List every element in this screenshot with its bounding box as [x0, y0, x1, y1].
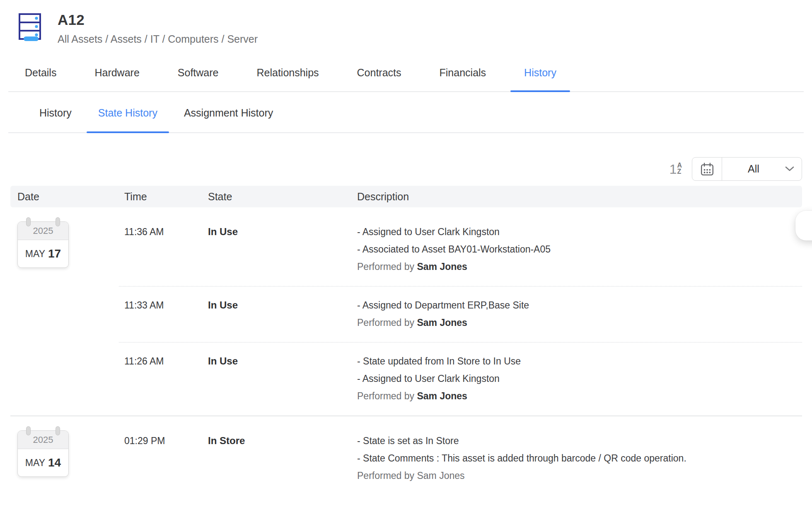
- calendar-pin-icon: [56, 426, 60, 435]
- date-card-year: 2025: [18, 222, 68, 240]
- entry-state: In Use: [202, 223, 351, 275]
- history-subtabs: HistoryState HistoryAssignment History: [8, 92, 804, 133]
- toolbar: 1 A Z All: [0, 133, 812, 186]
- entry-state: In Store: [202, 432, 351, 484]
- asset-detail-page: A12 All Assets / Assets / IT / Computers…: [0, 0, 812, 495]
- description-line: - State Comments : This asset is added t…: [357, 449, 802, 467]
- date-card-month: MAY: [25, 248, 45, 260]
- calendar-pin-icon: [56, 217, 60, 226]
- performed-by-label: Performed by: [357, 470, 417, 481]
- tab-financials[interactable]: Financials: [426, 60, 500, 91]
- date-group: 2025MAY1711:36 AMIn Use- Assigned to Use…: [10, 207, 802, 415]
- sort-a-glyph: A: [677, 162, 682, 168]
- entries: 01:29 PMIn Store- State is set as In Sto…: [119, 416, 802, 495]
- date-filter-control[interactable]: All: [692, 157, 802, 181]
- date-cell: 2025MAY17: [10, 207, 119, 415]
- filter-value[interactable]: All: [722, 163, 785, 175]
- entry-state: In Use: [202, 296, 351, 331]
- date-card-day: 14: [48, 456, 61, 469]
- state-history-entry: 01:29 PMIn Store- State is set as In Sto…: [119, 416, 802, 495]
- tab-assignment-history[interactable]: Assignment History: [172, 92, 285, 132]
- entry-time: 11:33 AM: [119, 296, 202, 331]
- server-icon: [14, 11, 46, 43]
- tab-software[interactable]: Software: [164, 60, 232, 91]
- date-card: 2025MAY17: [17, 221, 69, 268]
- page-title: A12: [58, 11, 258, 28]
- date-card-date: MAY14: [18, 449, 68, 476]
- entry-state: In Use: [202, 352, 351, 405]
- entries: 11:36 AMIn Use- Assigned to User Clark K…: [119, 207, 802, 415]
- description-line: - Assigned to Department ERP,Base Site: [357, 296, 802, 314]
- sort-number-glyph: 1: [669, 163, 677, 175]
- asset-title-block: A12 All Assets / Assets / IT / Computers…: [58, 11, 258, 45]
- sort-z-glyph: Z: [677, 168, 682, 175]
- description-line: - State is set as In Store: [357, 432, 802, 449]
- tab-relationships[interactable]: Relationships: [243, 60, 332, 91]
- performer-name: Sam Jones: [417, 391, 467, 401]
- date-card-date: MAY17: [18, 240, 68, 267]
- breadcrumb: All Assets / Assets / IT / Computers / S…: [58, 33, 258, 45]
- calendar-icon[interactable]: [692, 158, 722, 180]
- tab-state-history[interactable]: State History: [87, 92, 169, 132]
- performer-name: Sam Jones: [417, 261, 467, 272]
- column-header-date: Date: [10, 191, 119, 203]
- performed-by-label: Performed by: [357, 391, 417, 401]
- tab-hardware[interactable]: Hardware: [81, 60, 153, 91]
- column-header-state: State: [202, 191, 351, 203]
- date-cell: 2025MAY14: [10, 416, 119, 495]
- tab-history[interactable]: History: [28, 92, 83, 132]
- performer-name: Sam Jones: [417, 317, 467, 328]
- date-card-year: 2025: [18, 431, 68, 449]
- entry-time: 01:29 PM: [119, 432, 202, 484]
- entry-time: 11:26 AM: [119, 352, 202, 405]
- sort-az-glyphs: A Z: [677, 162, 682, 175]
- entry-description: - State updated from In Store to In Use-…: [351, 352, 802, 405]
- tab-contracts[interactable]: Contracts: [343, 60, 415, 91]
- entry-description: - Assigned to User Clark Kingston- Assoc…: [351, 223, 802, 275]
- description-line: - Assigned to User Clark Kingston: [357, 370, 802, 387]
- performed-by-label: Performed by: [357, 261, 417, 272]
- performed-by-line: Performed by Sam Jones: [357, 314, 802, 331]
- description-line: - Associated to Asset BAY01-Workstation-…: [357, 240, 802, 258]
- entry-time: 11:36 AM: [119, 223, 202, 275]
- column-header-description: Description: [351, 191, 802, 203]
- floating-edge-button[interactable]: [795, 211, 812, 240]
- date-card-day: 17: [48, 247, 61, 260]
- date-card-month: MAY: [25, 457, 45, 469]
- entry-description: - Assigned to Department ERP,Base SitePe…: [351, 296, 802, 331]
- state-history-entry: 11:33 AMIn Use- Assigned to Department E…: [119, 286, 802, 342]
- performed-by-line: Performed by Sam Jones: [357, 258, 802, 275]
- performed-by-label: Performed by: [357, 317, 417, 328]
- column-header-time: Time: [119, 191, 202, 203]
- entry-description: - State is set as In Store- State Commen…: [351, 432, 802, 484]
- chevron-down-icon: [785, 166, 794, 172]
- state-history-entry: 11:36 AMIn Use- Assigned to User Clark K…: [119, 207, 802, 286]
- calendar-pin-icon: [26, 426, 31, 435]
- description-line: - Assigned to User Clark Kingston: [357, 223, 802, 240]
- main-tabs: DetailsHardwareSoftwareRelationshipsCont…: [8, 60, 804, 92]
- performed-by-line: Performed by Sam Jones: [357, 467, 802, 484]
- table-body: 2025MAY1711:36 AMIn Use- Assigned to Use…: [10, 207, 802, 495]
- sort-az-icon[interactable]: 1 A Z: [668, 161, 684, 177]
- performer-name: Sam Jones: [417, 470, 464, 481]
- table-header-row: DateTimeStateDescription: [10, 186, 802, 207]
- performed-by-line: Performed by Sam Jones: [357, 387, 802, 405]
- asset-header: A12 All Assets / Assets / IT / Computers…: [0, 0, 812, 45]
- state-history-table: DateTimeStateDescription 2025MAY1711:36 …: [10, 186, 802, 495]
- date-card: 2025MAY14: [17, 430, 69, 477]
- date-group: 2025MAY1401:29 PMIn Store- State is set …: [10, 415, 802, 495]
- tab-history[interactable]: History: [510, 60, 570, 91]
- state-history-entry: 11:26 AMIn Use- State updated from In St…: [119, 342, 802, 415]
- description-line: - State updated from In Store to In Use: [357, 352, 802, 370]
- calendar-pin-icon: [26, 217, 31, 226]
- tab-details[interactable]: Details: [11, 60, 70, 91]
